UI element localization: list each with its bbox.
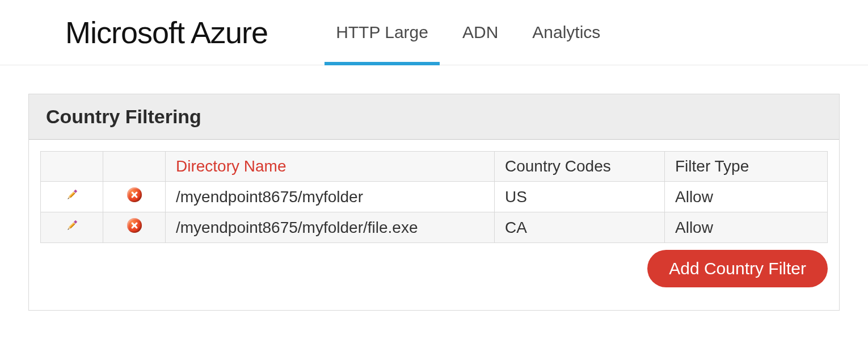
tab-adn[interactable]: ADN	[462, 0, 498, 65]
tab-analytics[interactable]: Analytics	[532, 0, 600, 65]
tab-http-large[interactable]: HTTP Large	[336, 0, 428, 65]
country-filter-table: Directory Name Country Codes Filter Type	[40, 151, 828, 243]
col-header-directory-name[interactable]: Directory Name	[166, 152, 495, 182]
cell-directory: /myendpoint8675/myfolder	[166, 182, 495, 212]
panel-body: Directory Name Country Codes Filter Type	[29, 140, 839, 310]
cell-directory: /myendpoint8675/myfolder/file.exe	[166, 212, 495, 243]
delete-icon[interactable]	[127, 218, 142, 233]
col-header-filter-type: Filter Type	[665, 152, 828, 182]
cell-delete	[103, 212, 166, 243]
panel-title: Country Filtering	[46, 106, 822, 128]
edit-icon[interactable]	[65, 218, 79, 233]
col-header-edit	[41, 152, 103, 182]
table-row: /myendpoint8675/myfolder US Allow	[41, 182, 828, 212]
country-filtering-panel: Country Filtering Directory Name Country…	[28, 94, 840, 311]
top-nav-tabs: HTTP Large ADN Analytics	[313, 0, 600, 65]
cell-edit	[41, 212, 103, 243]
svg-rect-9	[69, 223, 75, 229]
col-header-delete	[103, 152, 166, 182]
cell-edit	[41, 182, 103, 212]
app-header: Microsoft Azure HTTP Large ADN Analytics	[0, 0, 868, 65]
cell-filter-type: Allow	[665, 212, 828, 243]
svg-rect-2	[69, 192, 75, 198]
panel-header: Country Filtering	[29, 94, 839, 140]
col-header-country-codes: Country Codes	[495, 152, 665, 182]
add-country-filter-button[interactable]: Add Country Filter	[647, 250, 828, 287]
table-row: /myendpoint8675/myfolder/file.exe CA All…	[41, 212, 828, 243]
cell-country-codes: CA	[495, 212, 665, 243]
cell-country-codes: US	[495, 182, 665, 212]
edit-icon[interactable]	[65, 187, 79, 202]
cell-delete	[103, 182, 166, 212]
table-header-row: Directory Name Country Codes Filter Type	[41, 152, 828, 182]
actions-row: Add Country Filter	[40, 250, 828, 287]
brand-logo: Microsoft Azure	[65, 15, 268, 50]
cell-filter-type: Allow	[665, 182, 828, 212]
delete-icon[interactable]	[127, 187, 142, 202]
